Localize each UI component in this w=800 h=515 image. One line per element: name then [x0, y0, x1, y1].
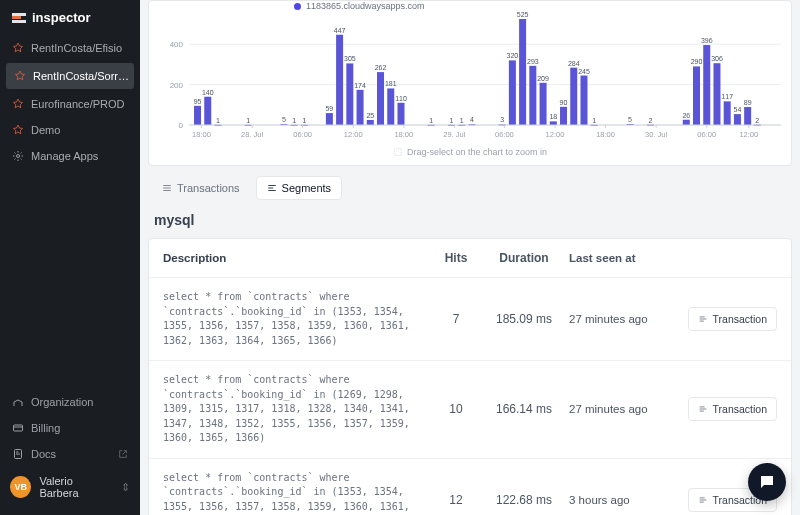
sidebar-item[interactable]: Demo	[0, 117, 140, 143]
app-nav: RentInCosta/EfisioRentInCosta/Sorr…Eurof…	[0, 35, 140, 169]
tab-transactions[interactable]: Transactions	[152, 176, 250, 200]
svg-text:2: 2	[649, 117, 653, 124]
cell-duration: 166.14 ms	[491, 402, 557, 416]
svg-text:1: 1	[246, 117, 250, 124]
svg-text:0: 0	[179, 121, 184, 130]
chat-fab[interactable]	[748, 463, 786, 501]
svg-rect-55	[540, 83, 547, 125]
svg-text:06:00: 06:00	[293, 130, 312, 139]
sidebar-item[interactable]: Organization	[0, 389, 140, 415]
svg-text:1: 1	[450, 117, 454, 124]
transaction-button[interactable]: Transaction	[688, 397, 777, 421]
sidebar-item[interactable]: RentInCosta/Efisio	[0, 35, 140, 61]
svg-text:525: 525	[517, 11, 529, 18]
svg-rect-11	[204, 97, 211, 125]
table-row: select * from `contracts` where `contrac…	[149, 361, 791, 459]
svg-text:06:00: 06:00	[495, 130, 514, 139]
svg-rect-51	[519, 19, 526, 125]
svg-text:18:00: 18:00	[596, 130, 615, 139]
svg-text:1: 1	[429, 117, 433, 124]
svg-text:117: 117	[721, 93, 733, 100]
svg-text:4: 4	[470, 116, 474, 123]
chat-icon	[758, 473, 776, 491]
svg-text:25: 25	[366, 112, 374, 119]
sidebar: inspector RentInCosta/EfisioRentInCosta/…	[0, 0, 140, 515]
svg-text:396: 396	[701, 37, 713, 44]
svg-text:140: 140	[202, 89, 214, 96]
bottom-nav: OrganizationBillingDocs VB Valerio Barbe…	[0, 389, 140, 515]
svg-text:293: 293	[527, 58, 539, 65]
sidebar-item[interactable]: RentInCosta/Sorr…	[6, 63, 134, 89]
sidebar-item[interactable]: Docs	[0, 441, 140, 467]
svg-rect-31	[367, 120, 374, 125]
deploy-icon	[14, 70, 26, 82]
svg-rect-25	[336, 35, 343, 125]
svg-text:06:00: 06:00	[697, 130, 716, 139]
cell-hits: 10	[433, 402, 479, 416]
th-duration: Duration	[491, 251, 557, 265]
svg-text:400: 400	[170, 40, 184, 49]
svg-rect-1	[14, 425, 23, 431]
svg-text:2: 2	[755, 117, 759, 124]
sidebar-item-label: RentInCosta/Efisio	[31, 42, 122, 54]
svg-rect-63	[580, 76, 587, 125]
chart-hint: Drag-select on the chart to zoom in	[159, 143, 781, 157]
lasso-icon	[393, 147, 403, 157]
billing-icon	[12, 422, 24, 434]
svg-rect-75	[703, 45, 710, 125]
cell-last-seen: 27 minutes ago	[569, 403, 669, 415]
tab-segments[interactable]: Segments	[256, 176, 343, 200]
cell-hits: 12	[433, 493, 479, 507]
svg-rect-61	[570, 68, 577, 125]
sql-text: select * from `contracts` where `contrac…	[163, 290, 421, 348]
sidebar-item-label: Eurofinance/PROD	[31, 98, 125, 110]
utility-nav: OrganizationBillingDocs	[0, 389, 140, 467]
cell-hits: 7	[433, 312, 479, 326]
sidebar-item-label: Organization	[31, 396, 93, 408]
svg-text:447: 447	[334, 27, 346, 34]
svg-text:290: 290	[691, 58, 703, 65]
table-row: select * from `contracts` where `contrac…	[149, 278, 791, 361]
brand-icon	[12, 13, 26, 23]
chart[interactable]: 0200400951401151159447305174252621811101…	[159, 5, 787, 143]
svg-text:245: 245	[578, 68, 590, 75]
sidebar-item[interactable]: Manage Apps	[0, 143, 140, 169]
svg-text:29. Jul: 29. Jul	[443, 130, 465, 139]
svg-text:12:00: 12:00	[546, 130, 565, 139]
deploy-icon	[12, 98, 24, 110]
svg-text:200: 200	[170, 81, 184, 90]
svg-text:1: 1	[292, 117, 296, 124]
svg-text:320: 320	[507, 52, 519, 59]
svg-text:1: 1	[592, 117, 596, 124]
svg-rect-49	[509, 60, 516, 125]
svg-text:59: 59	[325, 105, 333, 112]
tab-label: Transactions	[177, 182, 240, 194]
svg-text:5: 5	[628, 116, 632, 123]
svg-text:1: 1	[302, 117, 306, 124]
sidebar-item[interactable]: Eurofinance/PROD	[0, 91, 140, 117]
th-description: Description	[163, 252, 421, 264]
brand[interactable]: inspector	[0, 0, 140, 35]
list-icon	[162, 183, 172, 193]
svg-text:305: 305	[344, 55, 356, 62]
sidebar-item[interactable]: Billing	[0, 415, 140, 441]
th-hits: Hits	[433, 251, 479, 265]
sidebar-item-label: RentInCosta/Sorr…	[33, 70, 129, 82]
svg-rect-73	[693, 66, 700, 125]
cell-duration: 185.09 ms	[491, 312, 557, 326]
sql-text: select * from `contracts` where `contrac…	[163, 373, 421, 446]
user-menu[interactable]: VB Valerio Barbera ⇕	[0, 467, 140, 507]
svg-text:30. Jul: 30. Jul	[645, 130, 667, 139]
docs-icon	[12, 448, 24, 460]
svg-text:306: 306	[711, 55, 723, 62]
svg-rect-57	[550, 121, 557, 125]
svg-text:26: 26	[682, 112, 690, 119]
sql-text: select * from `contracts` where `contrac…	[163, 471, 421, 516]
cell-duration: 122.68 ms	[491, 493, 557, 507]
chart-legend[interactable]: 1183865.cloudwaysapps.com	[294, 1, 425, 11]
transaction-button[interactable]: Transaction	[688, 307, 777, 331]
svg-text:5: 5	[282, 116, 286, 123]
svg-rect-79	[724, 101, 731, 125]
user-name: Valerio Barbera	[39, 475, 113, 499]
legend-dot-icon	[294, 3, 301, 10]
